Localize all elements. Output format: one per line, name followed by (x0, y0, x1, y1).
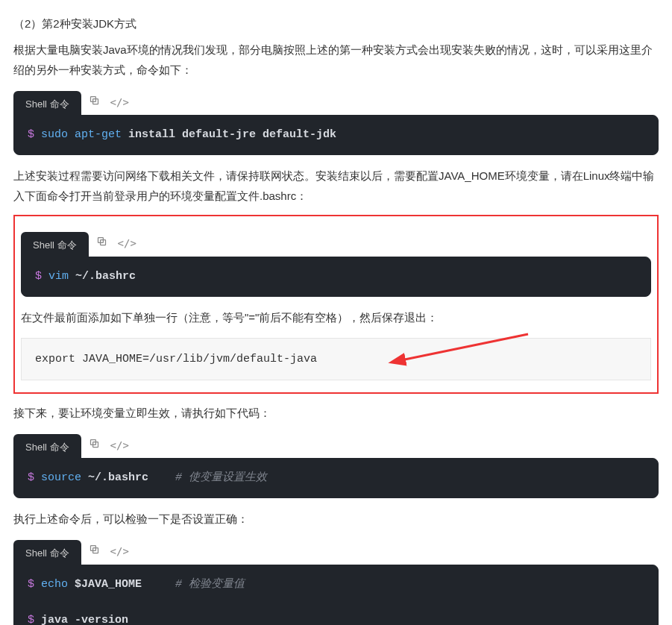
section-heading: （2）第2种安装JDK方式 (13, 13, 659, 34)
code-view-icon[interactable]: </> (110, 93, 129, 112)
code-block: Shell 命令 </> $ echo $JAVA_HOME # 检验变量值 $… (13, 539, 659, 625)
code-block: Shell 命令 </> $ source ~/.bashrc # 使变量设置生… (13, 433, 659, 498)
paragraph: 接下来，要让环境变量立即生效，请执行如下代码： (13, 403, 659, 423)
command-args: ~/.bashrc (88, 471, 148, 484)
prompt: $ (35, 270, 48, 283)
prompt: $ (28, 128, 41, 141)
command-args: install default-jre default-jdk (128, 128, 336, 141)
copy-icon[interactable] (89, 436, 100, 455)
command-args: $JAVA_HOME (75, 578, 142, 591)
copy-icon[interactable] (89, 93, 100, 112)
code-tab-label: Shell 命令 (13, 540, 81, 565)
paragraph: 执行上述命令后，可以检验一下是否设置正确： (13, 509, 659, 529)
command-args: ~/.bashrc (75, 270, 136, 283)
command-keyword: vim (48, 270, 69, 283)
code-body: $ source ~/.bashrc # 使变量设置生效 (13, 458, 659, 498)
code-body: $ sudo apt-get install default-jre defau… (13, 115, 659, 155)
code-body: $ vim ~/.bashrc (21, 257, 651, 297)
highlight-box: Shell 命令 </> $ vim ~/.bashrc 在文件最前面添加如下单… (13, 215, 659, 393)
copy-icon[interactable] (89, 542, 100, 561)
command-keyword: apt-get (75, 128, 122, 141)
code-view-icon[interactable]: </> (110, 436, 129, 455)
copy-icon[interactable] (96, 234, 107, 253)
paragraph: 上述安装过程需要访问网络下载相关文件，请保持联网状态。安装结束以后，需要配置JA… (13, 166, 659, 206)
plain-code-block: export JAVA_HOME=/usr/lib/jvm/default-ja… (21, 338, 651, 380)
code-block: Shell 命令 </> $ sudo apt-get install defa… (13, 90, 659, 155)
code-block: Shell 命令 </> $ vim ~/.bashrc (21, 231, 651, 296)
code-body: $ echo $JAVA_HOME # 检验变量值 $ java -versio… (13, 565, 659, 625)
paragraph: 根据大量电脑安装Java环境的情况我们发现，部分电脑按照上述的第一种安装方式会出… (13, 40, 659, 80)
code-comment: # 检验变量值 (142, 578, 245, 591)
command-keyword: echo (41, 578, 68, 591)
prompt: $ (28, 471, 41, 484)
command-keyword: sudo (41, 128, 68, 141)
code-view-icon[interactable]: </> (118, 234, 136, 253)
paragraph: 在文件最前面添加如下单独一行（注意，等号"="前后不能有空格），然后保存退出： (21, 307, 651, 327)
command-keyword: source (41, 471, 81, 484)
code-view-icon[interactable]: </> (110, 542, 129, 561)
code-tab-label: Shell 命令 (13, 434, 81, 459)
code-comment: # 使变量设置生效 (148, 471, 267, 484)
code-tab-label: Shell 命令 (21, 232, 89, 257)
prompt: $ (28, 578, 41, 591)
prompt: $ (28, 614, 41, 625)
code-tab-label: Shell 命令 (13, 91, 81, 116)
command-args: java -version (41, 614, 128, 625)
